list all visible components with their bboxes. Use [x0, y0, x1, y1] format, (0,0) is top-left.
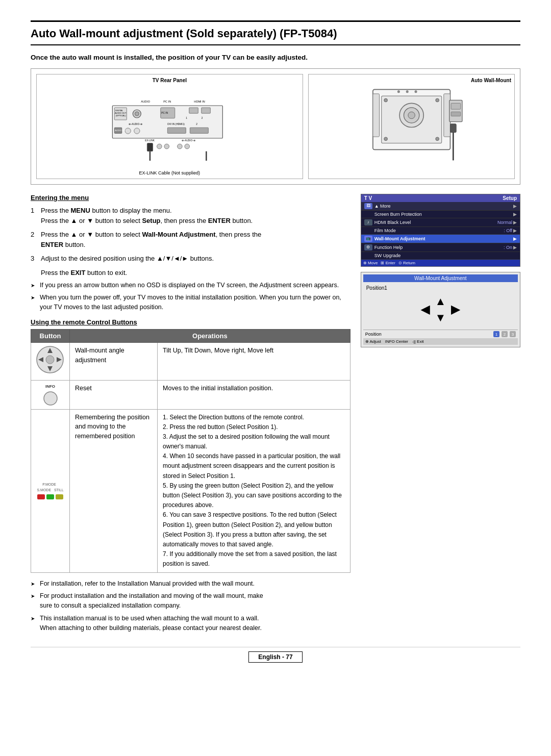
instruction-step-1: 1 Press the MENU button to display the m… [31, 206, 350, 225]
table-row: INFO Reset Moves to the initial installa… [31, 380, 350, 409]
wma-position-row: Position 1 2 3 [363, 330, 518, 338]
svg-point-59 [44, 392, 57, 405]
dpad-icon [36, 346, 64, 374]
svg-text:2: 2 [202, 117, 203, 119]
subtitle: Once the auto wall mount is installed, t… [31, 54, 520, 61]
tv-panel-label: TV Rear Panel [40, 78, 299, 83]
col-operations: Operations [70, 329, 350, 342]
menu-arrow-4: ▶ [513, 228, 517, 233]
tv-panel-svg: AUDIO PC IN HDMI IN DIGITAL AUDIO OUT (O… [40, 85, 299, 167]
menu-row-6: ⚙ Function Help : On ▶ [361, 243, 520, 252]
page-title: Auto Wall-mount adjustment (Sold separat… [31, 20, 520, 45]
step-num-3: 3 [31, 254, 34, 264]
setup-icon: ⚙ [364, 244, 372, 250]
menu-row-3: ♪ HDMI Black Level Normal ▶ [361, 218, 520, 227]
menu-tv-label: T V [364, 195, 372, 201]
wma-down-arrow: ▼ [435, 311, 446, 324]
bottom-note-1: For installation, refer to the Installat… [31, 579, 350, 589]
pos-dot-1: 1 [493, 331, 499, 337]
wall-mount-svg [312, 85, 511, 167]
svg-point-42 [436, 137, 439, 141]
menu-item-sw: SW Upgrade [374, 253, 517, 258]
entering-menu-section: Entering the menu 1 Press the MENU butto… [31, 194, 350, 312]
svg-text:EX-LINK: EX-LINK [145, 139, 155, 142]
wma-left-arrow: ◀ [421, 303, 430, 316]
wma-nav-center: INFO Center [385, 339, 408, 344]
table-row: Wall-mount angle adjustment Tilt Up, Til… [31, 342, 350, 380]
svg-rect-23 [167, 128, 186, 133]
wma-screenshot: Wall-Mount Adjustment Position1 ◀ ▲ ▼ ▶ … [361, 272, 520, 347]
table-row: P.MODE S.MODE STILL Remembering the posi… [31, 409, 350, 572]
menu-item-more: ▲ More [374, 204, 513, 209]
menu-arrow-2: ▶ [513, 212, 517, 217]
instruction-step-3: 3 Adjust to the desired position using t… [31, 254, 350, 264]
svg-text:DVI IN (HDMI1): DVI IN (HDMI1) [167, 123, 185, 125]
svg-rect-13 [202, 108, 211, 113]
wma-nav-bar: ⊕ Adjust INFO Center -|| Exit [363, 338, 518, 345]
icon-cell-dpad [31, 342, 70, 380]
svg-text:2: 2 [196, 123, 197, 125]
remote-control-section: Using the remote Control Buttons Button … [31, 318, 350, 573]
menu-row-5: 📺 Wall-Mount Adjustment ▶ [361, 235, 520, 243]
menu-val-hdmi: Normal [497, 220, 512, 225]
nav-return: ⊙ Return [398, 261, 415, 265]
wma-position1-label: Position1 [363, 284, 518, 292]
svg-rect-47 [451, 112, 461, 116]
menu-title-bar: T V Setup [361, 194, 520, 202]
menu-item-func: Function Help [374, 245, 504, 250]
svg-point-51 [406, 90, 408, 93]
svg-text:PC IN: PC IN [161, 112, 168, 114]
footer-inner: English - 77 [248, 651, 302, 663]
diagram-box: TV Rear Panel AUDIO PC IN HDMI IN DIGITA… [31, 68, 520, 185]
svg-rect-24 [190, 128, 208, 133]
entering-menu-heading: Entering the menu [31, 194, 350, 201]
menu-row-7: SW Upgrade [361, 252, 520, 260]
ops-cell-info: Moves to the initial installation positi… [158, 380, 350, 409]
svg-text:⊕-AUDIO-⊕: ⊕-AUDIO-⊕ [129, 123, 142, 125]
svg-point-31 [164, 144, 169, 149]
tv-setup-menu: T V Setup 🖼 ▲ More ▶ Screen Burn Protect… [361, 194, 520, 267]
svg-point-38 [408, 112, 415, 118]
auto-wall-mount: Auto Wall-Mount [308, 74, 515, 179]
wma-up-arrow: ▲ [435, 295, 446, 308]
instruction-list: 1 Press the MENU button to display the m… [31, 206, 350, 264]
svg-point-20 [134, 128, 140, 134]
svg-rect-27 [147, 143, 153, 152]
svg-text:HDMI IN: HDMI IN [194, 100, 205, 103]
svg-point-52 [414, 90, 417, 93]
svg-rect-12 [189, 108, 198, 113]
menu-row-4: Film Mode : Off ▶ [361, 227, 520, 235]
svg-rect-48 [450, 124, 456, 133]
remote-control-heading: Using the remote Control Buttons [31, 318, 350, 326]
wma-right-arrow: ▶ [451, 303, 460, 316]
menu-item-hdmi: HDMI Black Level [374, 220, 497, 225]
svg-point-33 [185, 144, 190, 149]
menu-arrow-6: ▶ [513, 245, 517, 250]
menu-nav-bar: ⊕ Move ⊞ Enter ⊙ Return [361, 260, 520, 266]
icon-cell-info: INFO [31, 380, 70, 409]
wma-arrows: ◀ ▲ ▼ ▶ [363, 292, 518, 327]
svg-text:⊕-AUDIO-⊕: ⊕-AUDIO-⊕ [182, 139, 195, 142]
ops-cell-dpad: Tilt Up, Tilt Down, Move right, Move lef… [158, 342, 350, 380]
wma-nav-adjust: ⊕ Adjust [365, 339, 381, 344]
svg-point-39 [384, 98, 387, 102]
svg-point-50 [397, 90, 400, 93]
picture-icon: 🖼 [364, 203, 372, 209]
menu-setup-label: Setup [503, 195, 517, 201]
step-num-1: 1 [31, 206, 34, 216]
menu-val-func: : On [504, 245, 512, 250]
svg-point-41 [384, 137, 387, 141]
cable-label: EX-LINK Cable (Not supplied) [40, 170, 299, 175]
menu-item-arrow-1: ▶ [513, 204, 517, 209]
nav-enter: ⊞ Enter [381, 261, 395, 265]
position-text: Position [365, 332, 382, 337]
bottom-notes: For installation, refer to the Installat… [31, 579, 350, 633]
svg-point-9 [135, 112, 139, 116]
position-dots: 1 2 3 [493, 331, 516, 337]
menu-item-screen-burn: Screen Burn Protection [374, 212, 513, 217]
svg-text:(OPTICAL): (OPTICAL) [116, 114, 126, 117]
arrow-note-2: When you turn the power off, your TV mov… [31, 293, 350, 312]
menu-arrow-3: ▶ [513, 220, 517, 225]
menu-val-film: : Off [504, 228, 512, 233]
icon-cell-colored: P.MODE S.MODE STILL [31, 409, 70, 572]
